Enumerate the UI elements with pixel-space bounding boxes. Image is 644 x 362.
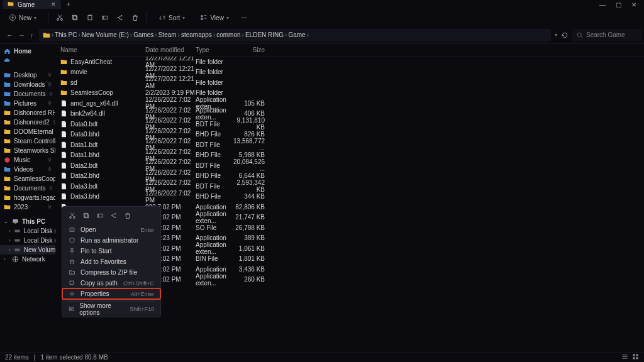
ctx-open[interactable]: OpenEnter — [62, 224, 160, 235]
close-tab-icon[interactable]: ✕ — [51, 1, 56, 8]
ctx-properties[interactable]: PropertiesAlt+Enter — [62, 288, 160, 299]
ctx-share-icon[interactable] — [110, 212, 118, 221]
paste-icon[interactable] — [86, 14, 94, 21]
ctx-add-to-favorites[interactable]: Add to Favorites — [62, 256, 160, 267]
breadcrumb-segment[interactable]: common — [216, 31, 240, 38]
rename-icon[interactable] — [101, 14, 109, 21]
folder-icon — [43, 31, 50, 39]
sidebar-item[interactable]: Videos⚲ — [0, 165, 55, 174]
file-row[interactable]: movie12/27/2022 12:21 AMFile folder — [55, 67, 644, 78]
sidebar-item[interactable]: Desktop⚲ — [0, 70, 55, 80]
sidebar-item[interactable]: Pictures⚲ — [0, 99, 55, 108]
item-count: 22 items — [5, 354, 29, 361]
file-row[interactable]: bink2w64.dll12/26/2022 7:02 PMApplicatio… — [55, 109, 644, 119]
sidebar-item[interactable]: Music⚲ — [0, 155, 55, 165]
tab-active[interactable]: Game ✕ — [3, 0, 61, 9]
back-button[interactable]: ← — [5, 30, 14, 40]
sidebar-home[interactable]: Home — [0, 47, 55, 56]
file-row[interactable]: Data2.bhd12/26/2022 7:02 PMBHD File6,644… — [55, 171, 644, 182]
more-icon[interactable] — [240, 14, 248, 21]
address-bar: ← → ↑ › This PC›New Volume (E:)›Games›St… — [0, 26, 644, 44]
delete-icon[interactable] — [131, 14, 139, 21]
ctx-compress-to-zip-file[interactable]: Compress to ZIP file — [62, 267, 160, 278]
copy-icon[interactable] — [71, 14, 79, 21]
file-row[interactable]: sd12/27/2022 12:21 AMFile folder — [55, 77, 644, 88]
tab-title: Game — [18, 1, 35, 8]
sort-button[interactable]: Sort▾ — [155, 13, 189, 23]
breadcrumb-segment[interactable]: steamapps — [181, 31, 212, 38]
toolbar: New▾ Sort▾ View▾ — [0, 9, 644, 26]
sidebar-item[interactable]: Downloads⚲ — [0, 80, 55, 89]
window-controls: — ▢ ✕ — [599, 1, 641, 8]
new-tab-button[interactable]: + — [66, 0, 70, 9]
sidebar-item[interactable]: Steamworks Sha⚲ — [0, 146, 55, 155]
ctx-cut-icon[interactable] — [69, 212, 76, 221]
ctx-show-more-options[interactable]: Show more optionsShift+F10 — [62, 304, 160, 314]
share-icon[interactable] — [116, 14, 124, 21]
sidebar-item[interactable]: Steam Controlle⚲ — [0, 136, 55, 146]
sidebar-thispc[interactable]: ⌄This PC — [0, 217, 55, 226]
grid-view-icon[interactable] — [632, 353, 639, 361]
file-row[interactable]: EasyAntiCheat12/27/2022 12:21 AMFile fol… — [55, 57, 644, 67]
sidebar-item[interactable]: SeamlessCoop⚲ — [0, 174, 55, 184]
breadcrumb-segment[interactable]: Steam — [158, 31, 177, 38]
file-row[interactable]: SeamlessCoop2/2/2023 9:19 PMFile folder — [55, 88, 644, 99]
status-bar: 22 items | 1 item selected 80.8 MB — [0, 352, 644, 362]
sidebar-network[interactable]: ›Network — [0, 255, 55, 264]
new-button[interactable]: New▾ — [5, 13, 40, 23]
sidebar-item[interactable]: DOOMEternal⚲ — [0, 127, 55, 136]
view-button[interactable]: View▾ — [196, 13, 233, 23]
breadcrumb-segment[interactable]: ELDEN RING — [245, 31, 284, 38]
nav-pane: Home Desktop⚲Downloads⚲Documents⚲Picture… — [0, 44, 55, 352]
title-bar: Game ✕ + — ▢ ✕ — [0, 0, 644, 9]
file-row[interactable]: Data1.bdt12/26/2022 7:02 PMBDT File13,56… — [55, 140, 644, 150]
ctx-pin-to-start[interactable]: Pin to Start — [62, 246, 160, 256]
sidebar-item[interactable]: Dishonored2⚲ — [0, 118, 55, 127]
breadcrumb-segment[interactable]: New Volume (E:) — [82, 31, 129, 38]
column-headers[interactable]: Name Date modified Type Size — [55, 44, 644, 57]
close-button[interactable]: ✕ — [631, 1, 636, 8]
sidebar-item[interactable]: Documents⚲ — [0, 89, 55, 99]
up-button[interactable]: ↑ — [29, 30, 35, 40]
ctx-run-as-administrator[interactable]: Run as administrator — [62, 235, 160, 246]
minimize-button[interactable]: — — [599, 1, 606, 8]
breadcrumb-segment[interactable]: Games — [133, 31, 153, 38]
breadcrumb[interactable]: › This PC›New Volume (E:)›Games›Steam›st… — [39, 29, 552, 41]
file-row[interactable]: Data2.bdt12/26/2022 7:02 PMBDT File20,08… — [55, 160, 644, 171]
file-row[interactable]: Data0.bhd12/26/2022 7:02 PMBHD File826 K… — [55, 129, 644, 140]
sidebar-drive[interactable]: ›New Volume (E:) — [0, 245, 55, 255]
breadcrumb-segment[interactable]: Game — [288, 31, 305, 38]
sidebar-item[interactable]: 2023⚲ — [0, 202, 55, 212]
breadcrumb-segment[interactable]: This PC — [55, 31, 77, 38]
ctx-copy-icon[interactable] — [82, 212, 90, 221]
sidebar-drive[interactable]: ›Local Disk (C:) — [0, 226, 55, 236]
file-row[interactable]: Data3.bhd12/26/2022 7:02 PMBHD File344 K… — [55, 192, 644, 202]
sidebar-drive[interactable]: ›Local Disk (D:) — [0, 236, 55, 245]
sidebar-item[interactable]: Dishonored RHC⚲ — [0, 108, 55, 118]
sidebar-item[interactable]: hogwarts.legacy.ex⚲ — [0, 193, 55, 202]
maximize-button[interactable]: ▢ — [616, 1, 621, 8]
details-view-icon[interactable] — [621, 353, 628, 361]
selection-info: 1 item selected 80.8 MB — [40, 354, 108, 361]
file-row[interactable]: amd_ags_x64.dll12/26/2022 7:02 PMApplica… — [55, 98, 644, 109]
file-row[interactable]: Data0.bdt12/26/2022 7:02 PMBDT File9,131… — [55, 119, 644, 129]
forward-button[interactable]: → — [17, 30, 26, 40]
file-row[interactable]: Data3.bdt12/26/2022 7:02 PMBDT File2,593… — [55, 181, 644, 192]
folder-icon — [8, 1, 14, 8]
file-row[interactable]: Data1.bhd12/26/2022 7:02 PMBHD File5,988… — [55, 150, 644, 161]
ctx-copy-as-path[interactable]: Copy as pathCtrl+Shift+C — [62, 278, 160, 288]
sidebar-onedrive[interactable] — [0, 56, 55, 65]
ctx-delete-icon[interactable] — [124, 212, 131, 221]
cut-icon[interactable] — [56, 14, 64, 21]
chevron-down-icon[interactable]: ▾ — [555, 32, 557, 38]
search-icon — [576, 31, 584, 39]
refresh-icon[interactable] — [561, 31, 569, 39]
context-menu: OpenEnterRun as administratorPin to Star… — [62, 206, 161, 317]
sidebar-item[interactable]: Documents⚲ — [0, 184, 55, 193]
search-input[interactable]: Search Game — [572, 29, 641, 41]
ctx-rename-icon[interactable] — [96, 212, 104, 221]
